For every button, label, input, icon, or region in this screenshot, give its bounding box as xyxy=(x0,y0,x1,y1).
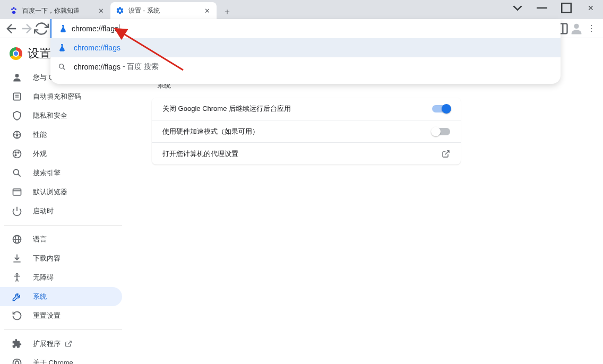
close-icon[interactable]: ✕ xyxy=(203,6,211,15)
suggestion-text: chrome://flags xyxy=(74,63,120,71)
sidebar-item-label: 启动时 xyxy=(33,206,54,216)
sidebar-item-default-browser[interactable]: 默认浏览器 xyxy=(0,183,122,202)
sidebar-item-search-engine[interactable]: 搜索引擎 xyxy=(0,163,122,183)
globe-icon xyxy=(12,234,22,245)
svg-point-22 xyxy=(13,169,19,175)
sidebar-item-label: 系统 xyxy=(33,292,47,301)
external-link-icon xyxy=(442,150,450,158)
flask-icon xyxy=(58,44,66,52)
chrome-logo-icon xyxy=(10,47,22,60)
setting-row-hardware-accel[interactable]: 使用硬件加速模式（如果可用） xyxy=(152,120,461,142)
close-icon[interactable]: ✕ xyxy=(97,6,105,15)
flask-icon xyxy=(59,24,67,33)
external-link-icon xyxy=(65,340,72,348)
omnibox-suggestion-flags[interactable]: chrome://flags xyxy=(50,38,561,57)
browser-icon xyxy=(12,187,22,197)
text-cursor xyxy=(119,24,119,33)
settings-main: 系统 关闭 Google Chrome 后继续运行后台应用 使用硬件加速模式（如… xyxy=(126,38,603,364)
toggle-hardware-accel[interactable] xyxy=(432,128,450,135)
forward-button[interactable] xyxy=(19,21,34,36)
sidebar-item-label: 自动填充和密码 xyxy=(33,92,81,101)
settings-sidebar: 您与 Google 自动填充和密码 隐私和安全 性能 外观 搜索引擎 默认浏览器 xyxy=(0,38,126,364)
sidebar-divider xyxy=(4,225,122,226)
sidebar-item-performance[interactable]: 性能 xyxy=(0,125,122,144)
sidebar-item-label: 默认浏览器 xyxy=(33,187,67,197)
appearance-icon xyxy=(12,149,22,159)
tab-title: 百度一下，你就知道 xyxy=(22,6,97,15)
setting-row-background-apps[interactable]: 关闭 Google Chrome 后继续运行后台应用 xyxy=(152,98,461,120)
omnibox-dropdown: chrome://flags chrome://flags chrome://f… xyxy=(50,19,561,84)
close-window-button[interactable]: ✕ xyxy=(579,0,603,16)
logo-area: 设置 xyxy=(10,46,51,62)
sidebar-item-label: 语言 xyxy=(33,235,47,244)
sidebar-item-label: 下载内容 xyxy=(33,254,61,263)
page-content: 设置 您与 Google 自动填充和密码 隐私和安全 性能 外观 搜索引擎 xyxy=(0,38,603,364)
svg-point-29 xyxy=(16,274,18,275)
reset-icon xyxy=(12,310,22,321)
setting-row-proxy[interactable]: 打开您计算机的代理设置 xyxy=(152,142,461,164)
setting-label: 打开您计算机的代理设置 xyxy=(162,149,238,159)
user-icon xyxy=(12,72,22,83)
svg-line-23 xyxy=(18,174,21,177)
minimize-button[interactable] xyxy=(530,0,554,16)
autofill-icon xyxy=(12,91,22,102)
tab-title: 设置 - 系统 xyxy=(128,6,203,15)
sidebar-item-appearance[interactable]: 外观 xyxy=(0,144,122,163)
gear-icon xyxy=(116,6,124,15)
sidebar-item-label: 无障碍 xyxy=(33,273,54,282)
maximize-button[interactable] xyxy=(554,0,579,16)
sidebar-item-reset[interactable]: 重置设置 xyxy=(0,306,122,325)
sidebar-item-about[interactable]: 关于 Chrome xyxy=(0,353,122,364)
sidebar-item-autofill[interactable]: 自动填充和密码 xyxy=(0,87,122,106)
suggestion-secondary: - 百度 搜索 xyxy=(123,62,159,72)
tab-baidu[interactable]: 百度一下，你就知道 ✕ xyxy=(4,2,110,19)
power-icon xyxy=(12,206,22,216)
setting-label: 使用硬件加速模式（如果可用） xyxy=(162,127,259,136)
omnibox-typed-row: chrome://flags xyxy=(50,19,561,38)
sidebar-item-privacy[interactable]: 隐私和安全 xyxy=(0,106,122,125)
sidebar-item-label: 搜索引擎 xyxy=(33,168,61,178)
toggle-background-apps[interactable] xyxy=(432,105,450,112)
svg-point-9 xyxy=(59,64,64,68)
svg-point-18 xyxy=(13,150,21,158)
chevron-down-icon[interactable] xyxy=(505,0,530,16)
new-tab-button[interactable]: ＋ xyxy=(220,4,235,19)
sidebar-divider xyxy=(4,330,122,330)
svg-rect-24 xyxy=(13,189,21,195)
svg-point-0 xyxy=(11,8,13,10)
sidebar-item-system[interactable]: 系统 xyxy=(0,287,122,306)
chrome-icon xyxy=(12,358,22,364)
a11y-icon xyxy=(12,272,22,283)
svg-point-19 xyxy=(15,152,16,153)
window-controls: ✕ xyxy=(505,0,603,16)
baidu-favicon-icon xyxy=(10,6,18,15)
svg-rect-5 xyxy=(562,3,571,13)
setting-label: 关闭 Google Chrome 后继续运行后台应用 xyxy=(162,104,291,114)
reload-button[interactable] xyxy=(34,21,49,36)
menu-button[interactable]: ⋮ xyxy=(584,21,599,36)
omnibox-typed-text: chrome://flags xyxy=(72,24,118,33)
back-button[interactable] xyxy=(4,21,19,36)
svg-point-13 xyxy=(15,74,19,77)
svg-point-21 xyxy=(15,154,16,156)
svg-point-2 xyxy=(13,7,14,9)
sidebar-item-extensions[interactable]: 扩展程序 xyxy=(0,334,122,353)
sidebar-item-accessibility[interactable]: 无障碍 xyxy=(0,268,122,287)
svg-point-3 xyxy=(12,11,16,14)
search-icon xyxy=(12,168,22,178)
svg-point-31 xyxy=(15,361,19,364)
tab-settings[interactable]: 设置 - 系统 ✕ xyxy=(110,2,217,19)
extension-icon xyxy=(12,339,22,349)
omnibox-suggestion-search[interactable]: chrome://flags - 百度 搜索 xyxy=(50,57,561,76)
sidebar-item-languages[interactable]: 语言 xyxy=(0,230,122,249)
sidebar-item-downloads[interactable]: 下载内容 xyxy=(0,249,122,268)
svg-point-1 xyxy=(15,8,16,10)
page-title: 设置 xyxy=(28,46,51,62)
search-icon xyxy=(58,63,66,71)
svg-line-10 xyxy=(63,68,65,70)
sidebar-item-label: 重置设置 xyxy=(33,311,61,320)
profile-avatar[interactable] xyxy=(569,21,584,36)
svg-point-17 xyxy=(16,134,18,135)
sidebar-item-label: 外观 xyxy=(33,149,47,159)
sidebar-item-on-startup[interactable]: 启动时 xyxy=(0,202,122,221)
